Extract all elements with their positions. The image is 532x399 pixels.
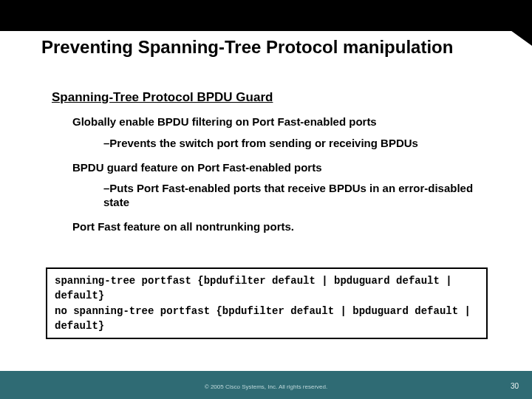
section-heading: Spanning-Tree Protocol BPDU Guard xyxy=(52,90,488,105)
bullet-level2: –Prevents the switch port from sending o… xyxy=(103,137,488,151)
bullet-level2: –Puts Port Fast-enabled ports that recei… xyxy=(103,182,488,210)
bullet-level1: Globally enable BPDU filtering on Port F… xyxy=(72,115,488,129)
top-black-bar xyxy=(0,0,532,31)
slide: Preventing Spanning-Tree Protocol manipu… xyxy=(0,0,532,399)
copyright-text: © 2005 Cisco Systems, Inc. All rights re… xyxy=(0,383,532,390)
page-number: 30 xyxy=(511,382,519,390)
code-box: spanning-tree portfast {bpdufilter defau… xyxy=(46,267,488,339)
bullet-level1: BPDU guard feature on Port Fast-enabled … xyxy=(72,161,488,175)
slide-title: Preventing Spanning-Tree Protocol manipu… xyxy=(41,37,492,58)
bullet-level1: Port Fast feature on all nontrunking por… xyxy=(72,220,488,234)
content-area: Spanning-Tree Protocol BPDU Guard Global… xyxy=(52,90,488,242)
